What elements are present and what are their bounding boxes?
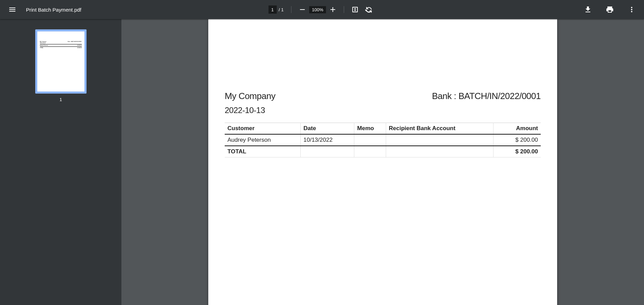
document-title: Print Batch Payment.pdf (26, 7, 81, 13)
total-label: TOTAL (225, 146, 301, 157)
print-button[interactable] (603, 3, 617, 16)
rotate-button[interactable] (362, 3, 376, 16)
download-button[interactable] (581, 3, 595, 16)
cell-amount: $ 200.00 (493, 134, 541, 146)
cell-memo (354, 134, 386, 146)
divider (291, 6, 291, 13)
zoom-level[interactable]: 100% (309, 6, 326, 13)
col-memo: Memo (354, 123, 386, 135)
col-amount: Amount (493, 123, 541, 135)
thumbnail-sidebar: My CompanyBank : BATCH/IN/2022/0001 2022… (0, 19, 121, 305)
page-total: / 1 (279, 7, 284, 12)
col-recipient: Recipient Bank Account (386, 123, 493, 135)
total-amount: $ 200.00 (493, 146, 541, 157)
pdf-toolbar: Print Batch Payment.pdf / 1 100% (0, 0, 644, 19)
document-date: 2022-10-13 (225, 106, 541, 115)
divider (344, 6, 344, 13)
bank-reference: Bank : BATCH/IN/2022/0001 (432, 91, 541, 101)
col-customer: Customer (225, 123, 301, 135)
zoom-in-button[interactable] (326, 3, 340, 16)
fit-page-button[interactable] (348, 3, 362, 16)
zoom-out-button[interactable] (295, 3, 309, 16)
more-menu-button[interactable] (625, 3, 639, 16)
page-number-input[interactable] (268, 5, 277, 14)
table-header-row: Customer Date Memo Recipient Bank Accoun… (225, 123, 541, 135)
table-total-row: TOTAL $ 200.00 (225, 146, 541, 157)
company-name: My Company (225, 91, 275, 101)
cell-recipient (386, 134, 493, 146)
pdf-page: My Company Bank : BATCH/IN/2022/0001 202… (208, 19, 557, 305)
menu-icon[interactable] (5, 3, 19, 16)
cell-date: 10/13/2022 (301, 134, 354, 146)
table-row: Audrey Peterson 10/13/2022 $ 200.00 (225, 134, 541, 146)
thumbnail-page-number: 1 (60, 97, 62, 102)
payments-table: Customer Date Memo Recipient Bank Accoun… (225, 123, 541, 157)
page-viewport[interactable]: My Company Bank : BATCH/IN/2022/0001 202… (121, 19, 644, 305)
page-thumbnail[interactable]: My CompanyBank : BATCH/IN/2022/0001 2022… (35, 29, 87, 94)
cell-customer: Audrey Peterson (225, 134, 301, 146)
content-area: My CompanyBank : BATCH/IN/2022/0001 2022… (0, 19, 644, 305)
col-date: Date (301, 123, 354, 135)
